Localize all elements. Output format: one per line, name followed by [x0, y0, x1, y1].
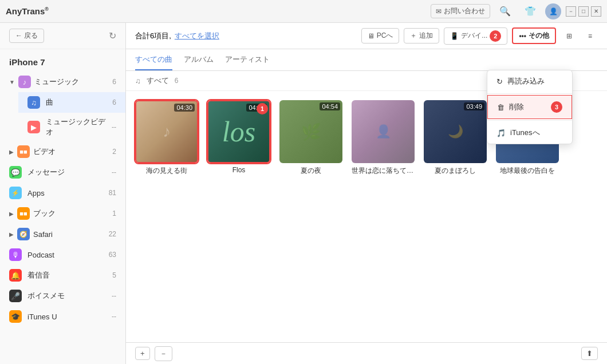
- refresh-button[interactable]: ↻: [109, 30, 116, 41]
- sidebar-item-label: ボイスメモ: [27, 291, 106, 301]
- app-logo: AnyTrans®: [6, 6, 49, 16]
- device-icon: 📱: [450, 32, 459, 40]
- arrow-icon: ▼: [9, 79, 15, 85]
- step3-badge: 3: [551, 101, 562, 113]
- sidebar-item-messages[interactable]: 💬 メッセージ --: [0, 162, 125, 183]
- minimize-button[interactable]: －: [566, 6, 576, 17]
- sidebar-item-count: 2: [112, 148, 116, 156]
- tab-all-songs[interactable]: すべての曲: [135, 50, 172, 70]
- tab-album[interactable]: アルバム: [184, 50, 214, 70]
- filter-label: すべて: [147, 76, 169, 86]
- sidebar-item-count: 22: [109, 230, 116, 238]
- arrow-icon: ▶: [9, 211, 14, 217]
- song-title: 夏のまぼろし: [435, 166, 476, 176]
- song-title: 地球最後の告白を: [500, 166, 555, 176]
- export-button[interactable]: ⬆: [581, 347, 598, 360]
- contact-button[interactable]: ✉ お問い合わせ: [431, 4, 490, 18]
- mail-icon: ✉: [436, 7, 442, 15]
- sidebar-item-books-group[interactable]: ▶ ■■ ブック 1: [0, 203, 125, 224]
- video-icon: ▶: [27, 121, 40, 133]
- filter-icon: ♫: [135, 77, 141, 85]
- more-button[interactable]: ••• その他: [512, 27, 556, 44]
- sidebar-item-count: 1: [112, 209, 116, 217]
- more-dots-icon: •••: [519, 32, 526, 40]
- apps-icon: ⚡: [9, 187, 22, 199]
- sidebar-item-label: Apps: [27, 189, 103, 197]
- duration-badge: 04:30: [174, 104, 195, 112]
- arrow-icon: ▶: [9, 149, 14, 155]
- filter-count: 6: [175, 77, 179, 85]
- song-icon: ♫: [27, 96, 40, 109]
- titlebar: AnyTrans® ✉ お問い合わせ 🔍 👕 👤 － □ ✕: [0, 0, 607, 23]
- sidebar-item-label: Safari: [33, 230, 105, 239]
- total-label: 合計6項目,: [135, 31, 171, 41]
- itunes-icon: 🎵: [496, 129, 506, 137]
- itunes-u-icon: 🎓: [9, 310, 22, 323]
- mic-icon: 🎤: [9, 290, 22, 302]
- music-item-1[interactable]: 04:30 ♪ 海の見える街 1: [135, 100, 198, 176]
- step2-badge: 2: [490, 30, 501, 42]
- select-all-link[interactable]: すべてを選択: [175, 31, 219, 41]
- sidebar-item-count: 5: [112, 271, 116, 279]
- duration-badge: 04:54: [320, 102, 340, 110]
- close-button[interactable]: ✕: [591, 6, 601, 17]
- remove-item-button[interactable]: －: [155, 346, 172, 361]
- sidebar-item-safari-group[interactable]: ▶ 🧭 Safari 22: [0, 224, 125, 244]
- sidebar-item-label: ミュージック: [34, 77, 109, 87]
- sidebar-item-count: 6: [112, 98, 116, 106]
- duration-badge: 03:49: [464, 102, 484, 110]
- bell-icon: 🔔: [9, 269, 22, 282]
- device-button[interactable]: 📱 デバイ... 2: [444, 27, 507, 45]
- sidebar-item-count: --: [112, 168, 116, 176]
- song-title: 夏の夜: [301, 166, 321, 176]
- sidebar-item-label: 曲: [46, 97, 107, 108]
- sidebar-item-label: ミュージックビデオ: [46, 117, 106, 137]
- music-item-4[interactable]: 👤 世界は恋に落ちてい...: [352, 100, 415, 176]
- step1-indicator: 1: [257, 103, 268, 114]
- add-button[interactable]: ＋ 追加: [404, 28, 439, 43]
- sidebar-item-apps[interactable]: ⚡ Apps 81: [0, 183, 125, 203]
- sidebar-item-ringtones[interactable]: 🔔 着信音 5: [0, 265, 125, 286]
- sidebar-item-podcast[interactable]: 🎙 Podcast 63: [0, 244, 125, 265]
- sidebar-item-count: --: [112, 123, 116, 131]
- music-item-5[interactable]: 03:49 🌙 夏のまぼろし: [424, 100, 487, 176]
- search-button[interactable]: 🔍: [495, 4, 515, 18]
- itunes-menu-item[interactable]: 🎵 iTunesへ: [487, 122, 572, 144]
- tab-artist[interactable]: アーティスト: [225, 50, 270, 70]
- sidebar-item-label: 着信音: [27, 270, 107, 280]
- sidebar-item-count: --: [112, 292, 116, 300]
- avatar-button[interactable]: 👤: [545, 3, 561, 19]
- song-title: Flos: [232, 166, 246, 174]
- arrow-icon: ▶: [9, 231, 14, 238]
- toolbar: 合計6項目, すべてを選択 🖥 PCへ ＋ 追加 📱 デバイ... 2: [126, 23, 607, 49]
- music-item-3[interactable]: 04:54 🌿 夏の夜: [279, 100, 342, 176]
- grid-view-button[interactable]: ⊞: [561, 30, 578, 42]
- maximize-button[interactable]: □: [578, 6, 589, 17]
- reload-menu-item[interactable]: ↻ 再読み込み: [487, 70, 572, 92]
- menu-button[interactable]: ≡: [582, 30, 598, 42]
- sidebar-item-music-group[interactable]: ▼ ♪ ミュージック 6: [0, 72, 125, 92]
- tabs-bar: すべての曲 アルバム アーティスト: [126, 49, 607, 71]
- sidebar: ← 戻る ↻ iPhone 7 ▼ ♪ ミュージック 6 ♫ 曲 6 ▶ ミュー…: [0, 23, 126, 364]
- delete-menu-item[interactable]: 🗑 削除 3: [487, 95, 572, 119]
- bottom-bar: + － ⬆: [126, 342, 607, 364]
- dropdown-menu: ↻ 再読み込み 🗑 削除 3 🎵 iTunesへ: [487, 70, 573, 144]
- sidebar-item-label: Podcast: [27, 251, 103, 259]
- add-item-button[interactable]: +: [135, 347, 150, 360]
- profile-button[interactable]: 👕: [520, 4, 541, 18]
- sidebar-item-music-video[interactable]: ▶ ミュージックビデオ --: [18, 113, 125, 141]
- sidebar-item-count: 81: [109, 189, 116, 197]
- sidebar-item-songs[interactable]: ♫ 曲 6: [18, 92, 125, 113]
- sidebar-item-voicememo[interactable]: 🎤 ボイスメモ --: [0, 286, 125, 306]
- safari-icon: 🧭: [17, 228, 30, 240]
- pc-button[interactable]: 🖥 PCへ: [361, 28, 400, 43]
- sidebar-item-itunes-u[interactable]: 🎓 iTunes U --: [0, 306, 125, 327]
- sidebar-item-label: メッセージ: [27, 167, 106, 177]
- sidebar-item-count: 6: [112, 78, 116, 86]
- sidebar-item-label: ブック: [33, 208, 109, 219]
- back-button[interactable]: ← 戻る ↻: [0, 23, 125, 49]
- add-icon: ＋: [410, 31, 417, 41]
- podcast-icon: 🎙: [9, 248, 22, 261]
- books-icon: ■■: [17, 207, 30, 220]
- sidebar-item-video-group[interactable]: ▶ ■■ ビデオ 2: [0, 141, 125, 162]
